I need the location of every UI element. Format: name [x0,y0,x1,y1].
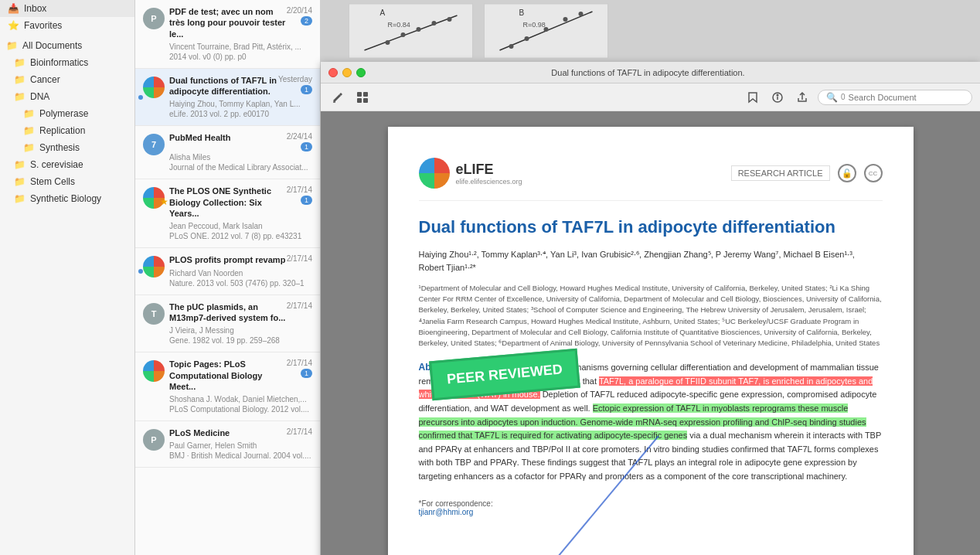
svg-point-14 [525,36,529,41]
synthesis-icon: 📁 [23,142,35,153]
svg-rect-20 [363,92,368,97]
titlebar: Dual functions of TAF7L in adipocyte dif… [321,62,980,83]
list-item[interactable]: The PLOS ONE Synthetic Biology Collectio… [135,179,320,248]
list-item[interactable]: P PLoS Medicine 2/17/14 Paul Garner, Hel… [135,421,320,468]
journal-logo: eLIFE elife.elifesciences.org [419,158,522,189]
svg-rect-19 [357,92,362,97]
avatar: T [143,303,165,325]
stem-cells-icon: 📁 [14,176,26,187]
svg-point-8 [447,17,452,22]
svg-point-13 [509,44,514,49]
list-item[interactable]: P PDF de test; avec un nom très long pou… [135,0,320,69]
avatar: 7 [143,134,165,155]
svg-text:B: B [519,9,525,17]
list-item[interactable]: 7 PubMed Health 2/24/14 1 Alisha Miles J… [135,126,320,179]
search-input[interactable] [849,93,957,102]
article-authors: Haiying Zhou¹·², Tommy Kaplan³·⁴, Yan Li… [419,248,883,275]
avatar: P [143,429,165,451]
favorites-icon: ⭐ [8,20,19,31]
sidebar-item-favorites[interactable]: ⭐ Favorites [0,17,134,34]
cancer-icon: 📁 [14,74,26,85]
search-box: 🔍 0 [818,90,972,105]
list-item[interactable]: PLOS profits prompt revamp 2/17/14 Richa… [135,248,320,295]
sidebar-item-bioinformatics[interactable]: 📁 Bioinformatics [0,54,134,71]
pdf-window: Dual functions of TAF7L in adipocyte dif… [321,62,980,555]
svg-point-25 [777,94,778,96]
svg-point-16 [563,17,568,22]
replication-icon: 📁 [23,125,35,136]
article-badges: RESEARCH ARTICLE 🔓 CC [731,164,883,182]
polymerase-icon: 📁 [23,108,35,119]
sidebar-item-cancer[interactable]: 📁 Cancer [0,71,134,88]
cc-license-icon: CC [864,164,883,182]
avatar: P [143,8,165,29]
svg-rect-22 [363,98,368,103]
sidebar-item-dna[interactable]: 📁 DNA [0,88,134,105]
search-count: 0 [841,93,846,101]
article-list: P PDF de test; avec un nom très long pou… [135,0,321,555]
dna-icon: 📁 [14,91,26,102]
share-button[interactable] [793,88,812,107]
correspondence: *For correspondence: tjianr@hhmi.org [419,499,883,516]
svg-point-15 [544,27,549,32]
svg-rect-0 [349,4,473,58]
sidebar-item-polymerase[interactable]: 📁 Polymerase [0,105,134,122]
list-item[interactable]: T The pUC plasmids, an M13mp7-derived sy… [135,295,320,353]
star-icon: ★ [160,196,168,207]
svg-text:A: A [380,9,386,17]
sidebar-item-synthetic-biology[interactable]: 📁 Synthetic Biology [0,190,134,207]
pdf-page: eLIFE elife.elifesciences.org RESEARCH A… [388,127,914,555]
svg-point-5 [401,32,406,37]
window-title: Dual functions of TAF7L in adipocyte dif… [324,68,972,77]
journal-logo-icon [419,158,450,189]
all-docs-icon: 📁 [6,40,18,51]
journal-header: eLIFE elife.elifesciences.org RESEARCH A… [419,158,883,201]
synthetic-biology-icon: 📁 [14,193,26,204]
edit-button[interactable] [328,88,347,107]
grid-view-button[interactable] [353,88,372,107]
sidebar-item-replication[interactable]: 📁 Replication [0,122,134,139]
svg-point-7 [432,21,437,26]
sidebar-item-stem-cells[interactable]: 📁 Stem Cells [0,173,134,190]
search-icon: 🔍 [826,92,838,103]
sidebar: 📥 Inbox ⭐ Favorites 📁 All Documents 📁 Bi… [0,0,135,555]
sidebar-item-synthesis[interactable]: 📁 Synthesis [0,139,134,156]
sidebar-item-inbox[interactable]: 📥 Inbox [0,0,134,17]
toolbar: 🔍 0 [321,83,980,111]
svg-point-4 [386,40,390,45]
s-cerevisiae-icon: 📁 [14,159,26,170]
bioinformatics-icon: 📁 [14,57,26,68]
sidebar-item-s-cerevisiae[interactable]: 📁 S. cerevisiae [0,156,134,173]
research-article-label: RESEARCH ARTICLE [731,165,830,181]
svg-rect-21 [357,98,362,103]
svg-point-6 [417,27,421,32]
avatar [143,256,165,278]
pdf-content[interactable]: eLIFE elife.elifesciences.org RESEARCH A… [321,111,980,555]
bookmark-button[interactable] [744,88,762,107]
article-affiliations: ¹Department of Molecular and Cell Biolog… [419,283,883,349]
info-button[interactable] [768,88,787,107]
svg-text:R=0.98: R=0.98 [523,21,546,29]
avatar [143,77,165,98]
article-title: Dual functions of TAF7L in adipocyte dif… [419,216,883,239]
main-area: A R=0.84 B R=0.98 Dual functio [321,0,980,555]
svg-point-17 [579,12,584,16]
sidebar-item-all-documents[interactable]: 📁 All Documents [0,37,134,54]
list-item[interactable]: Dual functions of TAF7L in adipocyte dif… [135,69,320,127]
open-access-icon: 🔓 [838,164,856,182]
avatar [143,360,165,382]
svg-text:R=0.84: R=0.84 [388,21,410,29]
top-strip: A R=0.84 B R=0.98 [321,0,980,62]
list-item[interactable]: Topic Pages: PLoS Computational Biology … [135,352,320,421]
inbox-icon: 📥 [8,3,19,14]
